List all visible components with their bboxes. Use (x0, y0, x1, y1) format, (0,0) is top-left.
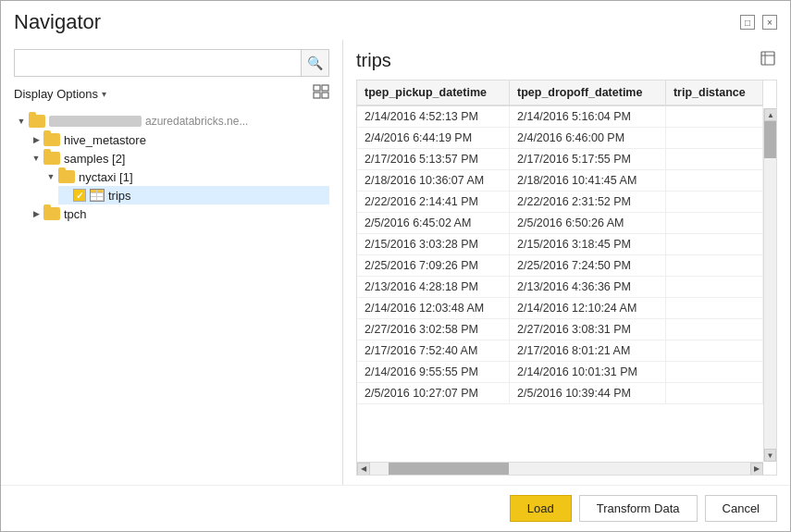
cell-distance (665, 340, 762, 362)
cell-pickup: 2/14/2016 4:52:13 PM (357, 105, 510, 128)
cell-pickup: 2/25/2016 7:09:26 PM (357, 255, 510, 277)
scroll-down-arrow[interactable]: ▼ (764, 449, 776, 462)
expander-icon-root: ▼ (14, 114, 29, 129)
cell-pickup: 2/15/2016 3:03:28 PM (357, 234, 510, 255)
scroll-thumb-h[interactable] (389, 463, 509, 475)
table-row: 2/17/2016 7:52:40 AM2/17/2016 8:01:21 AM (357, 340, 763, 362)
tree-row-trips[interactable]: ✓ trips (58, 186, 329, 204)
table-row: 2/14/2016 12:03:48 AM2/14/2016 12:10:24 … (357, 298, 763, 319)
scroll-right-arrow[interactable]: ▶ (750, 463, 763, 476)
expander-icon-nyctaxi: ▼ (43, 169, 58, 184)
table-row: 2/27/2016 3:02:58 PM2/27/2016 3:08:31 PM (357, 319, 763, 340)
cell-distance (665, 105, 762, 128)
table-row: 2/14/2016 9:55:55 PM2/14/2016 10:01:31 P… (357, 362, 763, 383)
scroll-up-arrow[interactable]: ▲ (764, 108, 777, 121)
cell-dropoff: 2/4/2016 6:46:00 PM (510, 128, 666, 149)
folder-icon-nyctaxi (58, 170, 75, 183)
cell-pickup: 2/17/2016 5:13:57 PM (357, 149, 510, 170)
cell-dropoff: 2/14/2016 12:10:24 AM (510, 298, 666, 319)
dialog-title: Navigator (14, 10, 101, 34)
search-box: 🔍 (14, 49, 329, 77)
cell-pickup: 2/4/2016 6:44:19 PM (357, 128, 510, 149)
load-button[interactable]: Load (510, 495, 572, 522)
folder-icon-hive (43, 133, 60, 146)
tree-row-hive-metastore[interactable]: ▶ hive_metastore (29, 130, 329, 149)
vertical-scrollbar[interactable]: ▲ ▼ (763, 108, 776, 462)
left-panel: 🔍 Display Options ▾ (1, 40, 343, 485)
tree-node-trips: ✓ trips (14, 186, 329, 204)
expander-icon-tpch: ▶ (29, 206, 43, 221)
right-panel: trips tpep_pickup_datetime (343, 40, 790, 485)
close-button[interactable]: × (762, 15, 777, 30)
display-options-row: Display Options ▾ (14, 84, 329, 103)
navigator-dialog: Navigator □ × 🔍 Display Options ▾ (0, 0, 791, 532)
tree-area: ▼ azuredatabricks.ne... ▶ hive_metastore (14, 112, 329, 476)
cell-dropoff: 2/27/2016 3:08:31 PM (510, 319, 666, 340)
folder-icon-root (29, 115, 45, 128)
cell-distance (665, 213, 762, 234)
svg-rect-3 (322, 93, 328, 98)
scroll-thumb-v[interactable] (764, 121, 776, 158)
footer: Load Transform Data Cancel (1, 485, 790, 531)
folder-icon-tpch (43, 207, 60, 220)
cell-distance (665, 255, 762, 277)
expander-icon-hive: ▶ (29, 132, 43, 147)
cell-pickup: 2/18/2016 10:36:07 AM (357, 170, 510, 192)
cell-distance (665, 170, 762, 192)
tree-node-tpch: ▶ tpch (14, 204, 329, 223)
search-input[interactable] (15, 52, 301, 75)
tree-row-root[interactable]: ▼ azuredatabricks.ne... (14, 112, 329, 130)
redacted-label (49, 116, 142, 127)
col-header-dropoff: tpep_dropoff_datetime (510, 80, 666, 105)
cell-distance (665, 277, 762, 298)
cell-distance (665, 234, 762, 255)
tree-row-samples[interactable]: ▼ samples [2] (29, 149, 329, 167)
scroll-left-arrow[interactable]: ◀ (357, 463, 370, 476)
table-row: 2/15/2016 3:03:28 PM2/15/2016 3:18:45 PM (357, 234, 763, 255)
tree-row-tpch[interactable]: ▶ tpch (29, 204, 329, 223)
minimize-button[interactable]: □ (740, 15, 755, 30)
tpch-label: tpch (64, 207, 87, 221)
cell-distance (665, 149, 762, 170)
table-row: 2/13/2016 4:28:18 PM2/13/2016 4:36:36 PM (357, 277, 763, 298)
cell-distance (665, 298, 762, 319)
right-title: trips (356, 50, 391, 71)
table-icon-trips (90, 189, 105, 202)
cell-dropoff: 2/5/2016 10:39:44 PM (510, 383, 666, 404)
folder-icon-samples (43, 152, 60, 165)
expander-placeholder-trips (58, 188, 73, 203)
cell-distance (665, 192, 762, 213)
tree-node-samples: ▼ samples [2] (14, 149, 329, 167)
cancel-button[interactable]: Cancel (705, 495, 777, 522)
table-scroll-wrapper[interactable]: tpep_pickup_datetime tpep_dropoff_dateti… (357, 80, 776, 475)
cell-dropoff: 2/22/2016 2:31:52 PM (510, 192, 666, 213)
cell-pickup: 2/27/2016 3:02:58 PM (357, 319, 510, 340)
svg-rect-0 (314, 85, 320, 91)
title-bar: Navigator □ × (1, 1, 790, 40)
table-row: 2/22/2016 2:14:41 PM2/22/2016 2:31:52 PM (357, 192, 763, 213)
svg-rect-4 (761, 52, 774, 65)
trips-label: trips (108, 189, 131, 203)
transform-data-button[interactable]: Transform Data (579, 495, 698, 522)
display-options-label: Display Options (14, 87, 98, 101)
table-row: 2/17/2016 5:13:57 PM2/17/2016 5:17:55 PM (357, 149, 763, 170)
cell-pickup: 2/14/2016 9:55:55 PM (357, 362, 510, 383)
table-row: 2/5/2016 6:45:02 AM2/5/2016 6:50:26 AM (357, 213, 763, 234)
cell-dropoff: 2/17/2016 8:01:21 AM (510, 340, 666, 362)
trips-checkbox[interactable]: ✓ (73, 189, 86, 202)
display-options-button[interactable]: Display Options ▾ (14, 87, 106, 101)
cell-dropoff: 2/15/2016 3:18:45 PM (510, 234, 666, 255)
table-row: 2/5/2016 10:27:07 PM2/5/2016 10:39:44 PM (357, 383, 763, 404)
cell-dropoff: 2/25/2016 7:24:50 PM (510, 255, 666, 277)
tree-row-nyctaxi[interactable]: ▼ nyctaxi [1] (43, 167, 329, 186)
search-button[interactable]: 🔍 (301, 50, 328, 76)
cell-pickup: 2/5/2016 10:27:07 PM (357, 383, 510, 404)
cell-dropoff: 2/17/2016 5:17:55 PM (510, 149, 666, 170)
chevron-down-icon: ▾ (102, 89, 106, 99)
cell-dropoff: 2/14/2016 5:16:04 PM (510, 105, 666, 128)
cell-distance (665, 319, 762, 340)
cell-pickup: 2/22/2016 2:14:41 PM (357, 192, 510, 213)
horizontal-scrollbar[interactable]: ◀ ▶ (357, 462, 763, 475)
tree-view-toggle-button[interactable] (313, 84, 329, 103)
export-icon-button[interactable] (759, 49, 777, 72)
